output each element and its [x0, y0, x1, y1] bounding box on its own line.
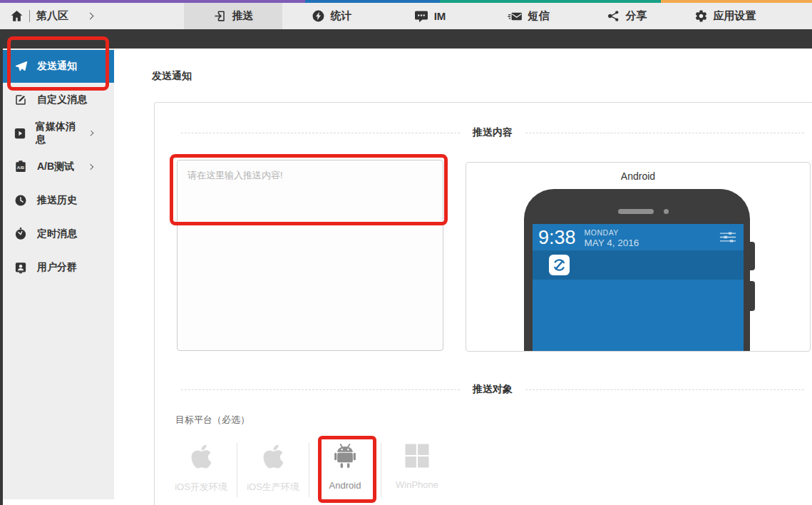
section-title: 推送对象	[473, 383, 513, 396]
sidebar-item-label: 富媒体消息	[36, 121, 81, 146]
apple-icon	[190, 443, 213, 473]
tab-label: 推送	[232, 9, 254, 23]
sidebar-item-push-history[interactable]: 推送历史	[0, 183, 114, 217]
home-icon	[10, 9, 24, 23]
phone-time: 9:38	[538, 228, 576, 248]
rich-media-icon	[13, 127, 27, 140]
tab-sms[interactable]: 短信	[479, 3, 577, 29]
apple-icon	[262, 443, 285, 473]
phone-camera	[664, 209, 669, 214]
user-group-icon	[13, 261, 29, 274]
target-platform-label: 目标平台（必选）	[175, 414, 250, 427]
phone-status-row: 9:38 MONDAY MAY 4, 2016	[533, 224, 744, 249]
sidebar-item-custom-message[interactable]: 自定义消息	[0, 83, 114, 116]
tab-stats[interactable]: 统计	[282, 3, 381, 29]
sms-icon	[508, 10, 523, 23]
tab-app-settings[interactable]: 应用设置	[676, 3, 774, 29]
im-icon	[414, 10, 428, 23]
windows-icon	[404, 443, 430, 471]
platform-label: WinPhone	[396, 479, 438, 490]
sidebar-item-user-segments[interactable]: 用户分群	[0, 250, 114, 284]
history-clock-icon	[13, 194, 29, 207]
divider	[29, 10, 30, 22]
preview-platform-title: Android	[466, 170, 810, 182]
phone-side-button	[748, 242, 755, 270]
sidebar-item-label: 用户分群	[37, 261, 77, 274]
notification-row	[533, 250, 744, 280]
app-icon	[549, 255, 570, 275]
edit-icon	[13, 93, 29, 106]
chevron-right-icon	[88, 163, 93, 169]
sidebar-item-label: 定时消息	[37, 228, 77, 240]
top-navbar: 第八区 推送 统计 IM 短信	[0, 3, 812, 29]
platform-ios-prod[interactable]: iOS生产环境	[237, 439, 309, 494]
android-preview-card: Android 9:38 MONDAY MAY 4, 2016	[466, 162, 811, 352]
sidebar-item-rich-media[interactable]: 富媒体消息	[0, 116, 114, 150]
sidebar-item-send-notification[interactable]: 发送通知	[0, 50, 114, 83]
platform-selector: iOS开发环境 iOS生产环境 Android	[165, 439, 453, 497]
app-window: 第八区 推送 统计 IM 短信	[0, 0, 812, 505]
phone-date-text: MAY 4, 2016	[585, 238, 639, 249]
tab-label: 分享	[626, 9, 647, 23]
tab-label: 应用设置	[714, 9, 756, 23]
push-icon	[213, 9, 227, 23]
send-icon	[13, 60, 29, 73]
tab-label: IM	[434, 10, 446, 22]
ab-test-icon: A/B	[13, 160, 29, 173]
phone-mockup: 9:38 MONDAY MAY 4, 2016	[524, 189, 750, 351]
chevron-right-icon	[87, 13, 94, 20]
tab-share[interactable]: 分享	[577, 3, 676, 29]
share-icon	[607, 9, 620, 23]
sidebar-item-label: A/B测试	[37, 160, 74, 173]
tab-label: 短信	[528, 9, 550, 23]
tab-im[interactable]: IM	[381, 3, 479, 29]
platform-ios-dev[interactable]: iOS开发环境	[165, 439, 237, 494]
left-edge-strip	[0, 29, 3, 505]
sidebar-item-ab-test[interactable]: A/B A/B测试	[0, 150, 114, 183]
quick-settings-icon	[719, 231, 736, 246]
push-form-panel: 推送内容 Android 9:38	[154, 102, 812, 505]
svg-text:A/B: A/B	[17, 165, 25, 170]
phone-side-button	[748, 281, 755, 311]
sub-header-bar	[0, 29, 812, 49]
chevron-right-icon	[88, 130, 93, 136]
section-title: 推送内容	[473, 126, 513, 139]
phone-screen: 9:38 MONDAY MAY 4, 2016	[533, 224, 744, 351]
platform-label: iOS开发环境	[175, 481, 227, 494]
section-header-push-audience: 推送对象	[181, 383, 804, 396]
section-header-push-content: 推送内容	[181, 126, 804, 139]
current-app-name: 第八区	[36, 9, 68, 23]
phone-weekday: MONDAY	[585, 228, 639, 238]
page-title: 发送通知	[152, 70, 192, 83]
sidebar: 发送通知 自定义消息 富媒体消息 A/B A/B测试	[0, 49, 114, 499]
stats-icon	[312, 9, 325, 23]
gear-icon	[694, 9, 708, 23]
composer-input[interactable]	[177, 160, 443, 351]
sidebar-item-scheduled-message[interactable]: 定时消息	[0, 217, 114, 250]
platform-label: iOS生产环境	[247, 481, 299, 494]
timer-icon	[13, 227, 29, 240]
phone-date: MONDAY MAY 4, 2016	[585, 228, 639, 249]
phone-speaker	[618, 209, 654, 214]
tab-push[interactable]: 推送	[184, 3, 282, 29]
sidebar-item-label: 推送历史	[37, 194, 77, 207]
android-icon	[334, 443, 356, 472]
app-selector[interactable]: 第八区	[0, 3, 184, 29]
platform-winphone[interactable]: WinPhone	[381, 439, 453, 490]
sidebar-item-label: 发送通知	[37, 60, 77, 73]
tab-label: 统计	[331, 9, 352, 23]
platform-android[interactable]: Android	[309, 439, 381, 491]
sidebar-item-label: 自定义消息	[37, 93, 87, 106]
main-content: 发送通知 推送内容 Android	[114, 49, 812, 505]
platform-label: Android	[329, 480, 361, 491]
